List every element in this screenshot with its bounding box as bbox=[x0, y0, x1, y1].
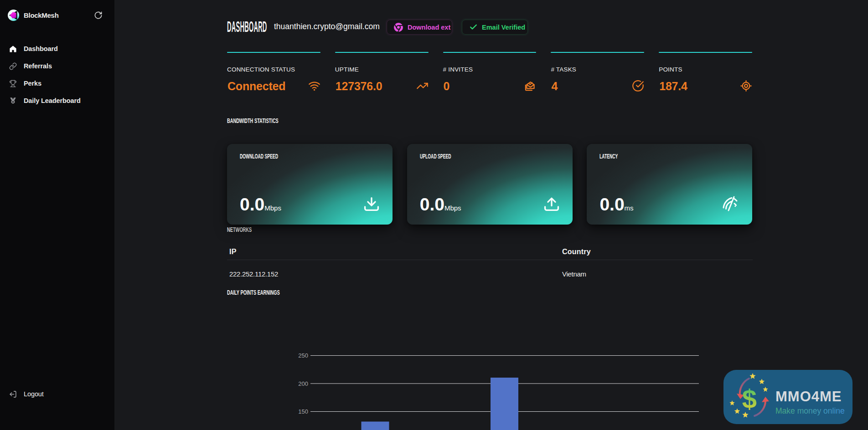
svg-text:200: 200 bbox=[298, 380, 308, 387]
svg-text:Make money online: Make money online bbox=[775, 406, 845, 415]
svg-text:MMO4ME: MMO4ME bbox=[775, 389, 842, 404]
svg-text:$: $ bbox=[742, 384, 757, 414]
svg-text:150: 150 bbox=[298, 408, 308, 415]
svg-text:250: 250 bbox=[298, 352, 308, 359]
